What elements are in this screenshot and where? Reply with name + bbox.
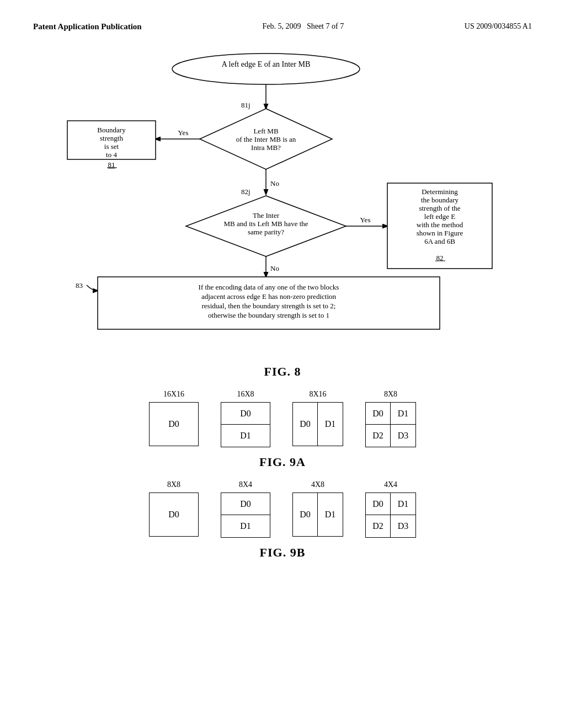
fig9a-8x8-box: D0 D1 D2 D3 <box>365 402 416 447</box>
svg-text:Left MB: Left MB <box>253 127 278 135</box>
svg-text:Yes: Yes <box>360 216 371 224</box>
svg-text:the boundary: the boundary <box>421 196 459 204</box>
fig9b-4x4-d0: D0 <box>366 493 391 515</box>
fig9b-8x4: 8X4 D0 D1 <box>221 480 270 538</box>
fig9b-section: 8X8 D0 8X4 D0 D1 4X8 D0 D1 <box>33 480 532 560</box>
fig9b-8x4-d0: D0 <box>221 493 270 515</box>
header-patent-number: US 2009/0034855 A1 <box>465 22 532 31</box>
svg-text:with the method: with the method <box>417 221 463 229</box>
fig9b-grid-row: 8X8 D0 8X4 D0 D1 4X8 D0 D1 <box>33 480 532 538</box>
svg-text:strength of the: strength of the <box>419 204 460 212</box>
fig9b-8x4-d1: D1 <box>221 515 270 537</box>
fig9a-8x8: 8X8 D0 D1 D2 D3 <box>365 390 416 447</box>
fig8-flowchart: A left edge E of an Inter MB 81j Left MB… <box>34 48 531 357</box>
fig9b-4x8-d1: D1 <box>318 493 343 536</box>
svg-text:left edge E: left edge E <box>424 212 455 221</box>
fig9b-label: FIG. 9B <box>33 545 532 560</box>
svg-text:same parity?: same parity? <box>248 228 284 236</box>
fig9b-8x8: 8X8 D0 <box>149 480 199 537</box>
fig9b-4x8-title: 4X8 <box>311 480 324 489</box>
fig9a-16x16: 16X16 D0 <box>149 390 199 446</box>
fig9b-4x4-box: D0 D1 D2 D3 <box>365 493 416 538</box>
fig9a-8x8-d1: D1 <box>391 403 415 425</box>
svg-text:shown in Figure: shown in Figure <box>417 229 463 237</box>
fig9a-16x8-box: D0 D1 <box>221 402 270 447</box>
svg-text:residual, then the boundary st: residual, then the boundary strength is … <box>202 302 336 310</box>
fig9a-16x8-d1: D1 <box>221 425 270 447</box>
svg-text:81j: 81j <box>241 101 250 109</box>
svg-text:Intra MB?: Intra MB? <box>251 143 281 152</box>
svg-text:Yes: Yes <box>178 129 189 137</box>
fig9a-16x8: 16X8 D0 D1 <box>221 390 270 447</box>
fig9b-4x4-d3: D3 <box>391 515 415 537</box>
fig9a-16x16-title: 16X16 <box>163 390 184 399</box>
svg-text:83: 83 <box>76 281 83 290</box>
fig9a-16x8-d0: D0 <box>221 403 270 425</box>
fig9a-8x16-box: D0 D1 <box>292 402 343 446</box>
fig9b-8x8-d0: D0 <box>168 510 179 520</box>
header-publication-label: Patent Application Publication <box>33 22 142 31</box>
svg-point-0 <box>172 53 360 84</box>
fig9b-8x4-title: 8X4 <box>239 480 252 489</box>
fig8-label: FIG. 8 <box>33 365 532 379</box>
fig9b-4x4-d2: D2 <box>366 515 391 537</box>
fig9a-8x16-d1: D1 <box>318 403 343 446</box>
page: Patent Application Publication Feb. 5, 2… <box>0 0 565 728</box>
svg-text:Boundary: Boundary <box>97 126 126 134</box>
fig9a-section: 16X16 D0 16X8 D0 D1 8X16 D0 D1 <box>33 390 532 469</box>
header-date-sheet: Feb. 5, 2009 Sheet 7 of 7 <box>262 22 344 31</box>
fig9b-8x4-box: D0 D1 <box>221 493 270 538</box>
fig9a-8x16-title: 8X16 <box>309 390 326 399</box>
fig9a-grid-row: 16X16 D0 16X8 D0 D1 8X16 D0 D1 <box>33 390 532 447</box>
svg-text:6A and 6B: 6A and 6B <box>424 237 455 245</box>
fig9a-16x16-box: D0 <box>149 402 199 446</box>
svg-text:A left edge E of an Inter MB: A left edge E of an Inter MB <box>222 60 311 68</box>
fig9b-4x8: 4X8 D0 D1 <box>292 480 343 537</box>
fig9b-4x8-box: D0 D1 <box>292 493 343 537</box>
fig9a-8x8-d3: D3 <box>391 425 415 447</box>
fig9b-8x8-box: D0 <box>149 493 199 537</box>
svg-text:The Inter: The Inter <box>253 211 280 220</box>
header-sheet: Sheet 7 of 7 <box>307 22 344 30</box>
fig9b-4x4-d1: D1 <box>391 493 415 515</box>
fig9a-label: FIG. 9A <box>33 455 532 469</box>
svg-text:82j: 82j <box>241 188 250 196</box>
svg-text:No: No <box>270 264 279 272</box>
fig9b-4x4: 4X4 D0 D1 D2 D3 <box>365 480 416 538</box>
fig9a-8x8-d0: D0 <box>366 403 391 425</box>
fig9a-16x8-title: 16X8 <box>237 390 254 399</box>
fig9a-8x8-d2: D2 <box>366 425 391 447</box>
svg-text:MB and its Left MB have the: MB and its Left MB have the <box>223 220 308 228</box>
svg-text:Determining: Determining <box>422 188 458 196</box>
svg-text:strength: strength <box>100 134 123 142</box>
fig9a-16x16-d0: D0 <box>168 419 179 429</box>
fig9a-8x16-d0: D0 <box>293 403 318 446</box>
fig9a-8x16: 8X16 D0 D1 <box>292 390 343 446</box>
svg-text:otherwise the boundary strengt: otherwise the boundary strength is set t… <box>208 311 329 319</box>
svg-text:If the encoding data of any on: If the encoding data of any one of the t… <box>199 283 339 291</box>
svg-text:is set: is set <box>104 142 119 151</box>
fig9b-8x8-title: 8X8 <box>167 480 180 489</box>
fig8-area: A left edge E of an Inter MB 81j Left MB… <box>33 48 532 379</box>
fig9b-4x8-d0: D0 <box>293 493 318 536</box>
svg-text:adjacent across edge E has non: adjacent across edge E has non-zero pred… <box>201 292 337 301</box>
svg-text:No: No <box>270 179 279 188</box>
fig9a-8x8-title: 8X8 <box>384 390 397 399</box>
svg-text:to 4: to 4 <box>106 151 117 159</box>
page-header: Patent Application Publication Feb. 5, 2… <box>33 22 532 31</box>
fig9b-4x4-title: 4X4 <box>384 480 397 489</box>
svg-text:of the Inter MB is an: of the Inter MB is an <box>236 135 296 143</box>
header-date: Feb. 5, 2009 <box>262 22 301 30</box>
